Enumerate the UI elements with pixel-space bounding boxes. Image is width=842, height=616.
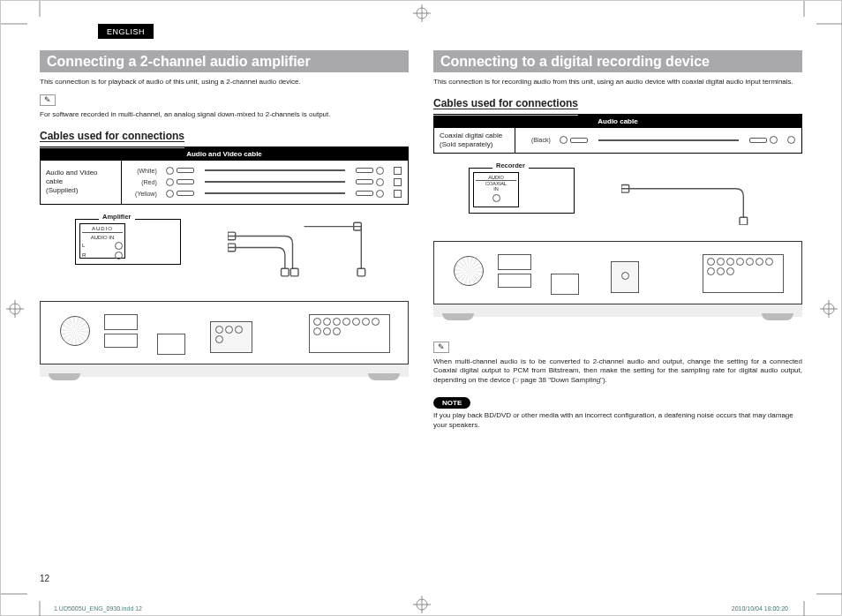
plug-icon bbox=[749, 136, 778, 144]
recorder-label: Recorder bbox=[492, 162, 529, 169]
two-column-layout: Connecting a 2-channel audio amplifier T… bbox=[40, 50, 802, 433]
note-text: If you play back BD/DVD or other media w… bbox=[433, 411, 802, 431]
rca-icon bbox=[394, 167, 402, 175]
plug-icon bbox=[166, 178, 194, 186]
rca-icon bbox=[115, 252, 123, 259]
cable-table-right: Audio cable Coaxial digital cable (Sold … bbox=[433, 114, 802, 154]
indd-timestamp: 2010/10/04 18:00:20 bbox=[732, 605, 788, 612]
cable-path-illustration bbox=[228, 219, 409, 286]
plug-icon bbox=[356, 178, 384, 186]
amplifier-box: Amplifier AUDIO AUDIO IN L R bbox=[75, 219, 181, 265]
diagram-left: Amplifier AUDIO AUDIO IN L R bbox=[40, 219, 409, 390]
cable-table-title-left: Audio and Video cable bbox=[41, 146, 409, 161]
heading-left: Connecting a 2-channel audio amplifier bbox=[40, 50, 409, 72]
indd-file: 1.UD5005U_ENG_0930.indd 12 bbox=[54, 605, 142, 612]
amplifier-inner: AUDIO AUDIO IN L R bbox=[79, 223, 125, 259]
heading-right: Connecting to a digital recording device bbox=[433, 50, 802, 72]
fan-grille-icon bbox=[60, 316, 90, 346]
pencil-icon: ✎ bbox=[40, 94, 56, 106]
subhead-left: Cables used for connections bbox=[40, 130, 184, 143]
cable-connectors-left: (White) (Red) bbox=[121, 161, 408, 205]
svg-point-8 bbox=[417, 8, 427, 19]
intro-left: This connection is for playback of audio… bbox=[40, 78, 409, 87]
svg-point-17 bbox=[823, 304, 834, 314]
rca-icon bbox=[787, 136, 795, 144]
pencil-note-left: For software recorded in multi-channel, … bbox=[40, 110, 409, 120]
page-frame: ENGLISH Connecting a 2-channel audio amp… bbox=[0, 0, 842, 616]
indd-meta: 1.UD5005U_ENG_0930.indd 12 2010/10/04 18… bbox=[54, 605, 788, 612]
plug-icon bbox=[356, 167, 384, 175]
coaxial-out-icon bbox=[621, 272, 629, 280]
page-number: 12 bbox=[40, 574, 49, 583]
connector-row-yellow: (Yellow) bbox=[127, 189, 402, 199]
rca-icon bbox=[492, 194, 500, 202]
connector-row-black: (Black) bbox=[521, 135, 796, 145]
rca-icon bbox=[215, 326, 223, 334]
cable-desc-line1: Audio and Video cable bbox=[46, 169, 98, 185]
diagram-right: Recorder AUDIO COAXIAL IN bbox=[433, 168, 802, 329]
svg-rect-23 bbox=[281, 268, 289, 276]
player-rear-panel bbox=[40, 301, 409, 389]
recorder-inner: AUDIO COAXIAL IN bbox=[473, 172, 519, 207]
intro-right: This connection is for recording audio f… bbox=[433, 78, 802, 87]
connector-row-white: (White) bbox=[127, 166, 402, 176]
recorder-box: Recorder AUDIO COAXIAL IN bbox=[469, 168, 575, 214]
pencil-note-right: When multi-channel audio is to be conver… bbox=[433, 357, 802, 386]
cable-path-illustration bbox=[621, 168, 802, 225]
rca-icon bbox=[394, 178, 402, 186]
page-content: ENGLISH Connecting a 2-channel audio amp… bbox=[40, 24, 802, 583]
rca-icon bbox=[215, 335, 223, 343]
rca-icon bbox=[313, 318, 321, 326]
left-column: Connecting a 2-channel audio amplifier T… bbox=[40, 50, 409, 433]
rca-icon bbox=[225, 326, 233, 334]
subhead-right: Cables used for connections bbox=[433, 97, 578, 110]
cable-connectors-right: (Black) bbox=[515, 128, 801, 154]
svg-point-14 bbox=[10, 304, 20, 314]
rca-icon bbox=[394, 190, 402, 198]
connector-row-red: (Red) bbox=[127, 177, 402, 187]
cable-desc-left: Audio and Video cable (Supplied) bbox=[41, 161, 122, 205]
amplifier-label: Amplifier bbox=[99, 213, 135, 221]
cable-desc-line2: (Supplied) bbox=[46, 186, 78, 194]
language-tag: ENGLISH bbox=[98, 24, 154, 39]
cable-table-title-right: Audio cable bbox=[434, 114, 802, 128]
note-label: NOTE bbox=[433, 397, 470, 409]
cable-desc-right: Coaxial digital cable (Sold separately) bbox=[434, 128, 515, 154]
right-column: Connecting to a digital recording device… bbox=[433, 50, 802, 433]
plug-icon bbox=[560, 136, 588, 144]
plug-icon bbox=[166, 167, 194, 175]
cable-table-left: Audio and Video cable Audio and Video ca… bbox=[40, 146, 409, 205]
pencil-icon: ✎ bbox=[433, 342, 449, 353]
svg-rect-24 bbox=[290, 268, 298, 276]
plug-icon bbox=[166, 190, 194, 198]
svg-rect-27 bbox=[740, 217, 748, 225]
plug-icon bbox=[356, 190, 384, 198]
rca-icon bbox=[235, 326, 243, 334]
rca-icon bbox=[115, 242, 123, 250]
player-rear-panel-right bbox=[433, 241, 802, 329]
svg-rect-25 bbox=[357, 268, 365, 276]
fan-grille-icon bbox=[454, 256, 484, 286]
